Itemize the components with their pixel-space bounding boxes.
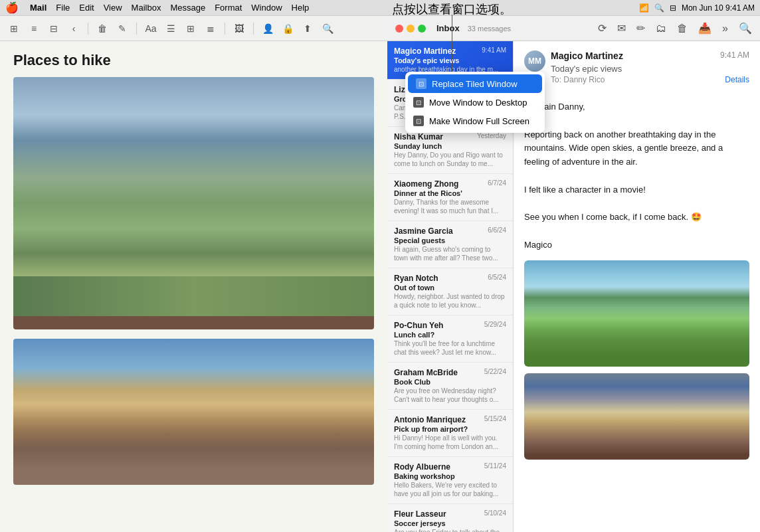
compose-icon[interactable]: ✉ [617,22,626,35]
share-button[interactable]: ⬆ [300,21,315,36]
minimize-button[interactable] [407,25,415,33]
msg-preview: Hi Danny! Hope all is well with you. I'm… [394,434,506,451]
window-options-dropdown[interactable]: ⊡ Replace Tiled Window ⊡ Move Window to … [405,72,545,133]
msg-sender: Rody Albuerne [394,462,450,472]
email-subject: Today's epic views [551,64,749,74]
delete-button[interactable]: 🗑 [95,21,110,36]
datetime: Mon Jun 10 9:41 AM [682,3,755,13]
msg-preview: Are you free Friday to talk about the ne… [394,528,506,532]
move-icon[interactable]: 📥 [698,22,712,35]
msg-preview: Think you'll be free for a lunchtime cha… [394,339,506,357]
list-view-button[interactable]: ≡ [27,21,41,36]
msg-subject: Special guests [394,236,506,244]
msg-sender: Po-Chun Yeh [394,321,443,330]
email-time: 9:41 AM [720,50,749,60]
to-field: To: Danny Rico [551,75,605,84]
separator-1 [88,23,88,35]
msg-date: 6/5/24 [488,274,506,281]
message-item[interactable]: Graham McBride 5/22/24 Book Club Are you… [387,363,513,410]
mountain-image-1 [13,77,374,329]
make-fullscreen-item[interactable]: ⊡ Make Window Full Screen [405,112,545,130]
msg-subject: Lunch call? [394,331,506,339]
msg-preview: Are you free on Wednesday night? Can't w… [394,387,506,404]
fullscreen-button[interactable] [418,25,426,33]
msg-date: 6/6/24 [488,226,506,234]
left-toolbar: ⊞ ≡ ⊟ ‹ 🗑 ✎ Aa ☰ ⊞ ≣ 🖼 👤 🔒 ⬆ 🔍 [0,16,387,41]
back-button[interactable]: ‹ [66,21,81,36]
menu-view[interactable]: View [99,3,127,13]
msg-sender: Jasmine Garcia [394,226,453,236]
menubar-right: 📶 🔍 ⊟ Mon Jun 10 9:41 AM [639,3,755,13]
table-button[interactable]: ⊞ [183,21,198,36]
menu-edit[interactable]: Edit [74,3,98,13]
fullscreen-icon: ⊡ [413,116,424,126]
message-item[interactable]: Antonio Manriquez 5/15/24 Pick up from a… [387,410,513,457]
msg-subject: Baking workshop [394,472,506,480]
msg-date: 5/15/24 [484,415,506,422]
msg-sender: Magico Martinez [394,46,456,56]
menu-file[interactable]: File [51,3,74,13]
details-link[interactable]: Details [725,75,749,84]
move-window-icon: ⊡ [413,97,424,108]
apple-menu[interactable]: 🍎 [5,1,19,14]
image-button[interactable]: 🖼 [232,21,246,36]
email-body: Hi again Danny, Reporting back on anothe… [524,100,749,252]
email-header-row: Magico Martinez 9:41 AM [551,50,749,61]
archive-icon[interactable]: 🗂 [656,23,666,35]
menu-help[interactable]: Help [287,3,314,13]
delete-mail-icon[interactable]: 🗑 [677,23,688,35]
replace-tiled-window-item[interactable]: ⊡ Replace Tiled Window [408,74,542,93]
msg-preview: Hello Bakers, We're very excited to have… [394,481,506,498]
lock-button[interactable]: 🔒 [280,21,295,36]
menu-mailbox[interactable]: Mailbox [127,3,166,13]
threads-icon[interactable]: ⟳ [598,22,607,35]
indent-button[interactable]: ≣ [203,21,218,36]
mountain-image-2 [13,339,374,485]
edit-button[interactable]: ✎ [115,21,130,36]
message-item[interactable]: Fleur Lasseur 5/10/24 Soccer jerseys Are… [387,504,513,532]
menu-mail[interactable]: Mail [25,3,51,13]
msg-preview: Hey Danny, Do you and Rigo want to come … [394,151,506,168]
replace-tiled-label: Replace Tiled Window [432,79,518,89]
fullscreen-label: Make Window Full Screen [429,116,529,126]
msg-date: 6/7/24 [488,179,506,187]
font-button[interactable]: Aa [143,21,158,36]
msg-sender: Antonio Manriquez [394,415,466,424]
menu-window[interactable]: Window [246,3,286,13]
message-item[interactable]: Po-Chun Yeh 5/29/24 Lunch call? Think yo… [387,315,513,363]
move-window-label: Move Window to Desktop [429,98,527,108]
msg-subject: Sunday lunch [394,142,506,150]
left-content: Places to hike [0,41,387,505]
search-menubar-icon[interactable]: 🔍 [654,3,664,13]
search-button[interactable]: 🔍 [320,21,335,36]
message-item[interactable]: Ryan Notch 6/5/24 Out of town Howdy, nei… [387,268,513,315]
grid-view-button[interactable]: ⊟ [47,21,61,36]
more-icon[interactable]: » [722,23,728,35]
msg-sender: Graham McBride [394,368,458,377]
menubar: 🍎 Mail File Edit View Mailbox Message Fo… [0,0,760,16]
message-item[interactable]: Nisha Kumar Yesterday Sunday lunch Hey D… [387,127,513,174]
control-center-icon[interactable]: ⊟ [670,3,676,13]
new-message-icon[interactable]: ✏ [636,22,645,35]
mail-toolbar-icons: ⟳ ✉ ✏ 🗂 🗑 📥 » 🔍 [598,22,752,35]
msg-preview: Danny, Thanks for the awesome evening! I… [394,198,506,215]
menu-message[interactable]: Message [165,3,210,13]
close-button[interactable] [395,25,403,33]
sidebar-toggle-button[interactable]: ⊞ [7,21,21,36]
list-button[interactable]: ☰ [163,21,178,36]
message-item[interactable]: Xiaomeng Zhong 6/7/24 Dinner at the Rico… [387,174,513,221]
search-mail-icon[interactable]: 🔍 [739,22,752,35]
msg-preview: Howdy, neighbor. Just wanted to drop a q… [394,292,506,310]
msg-subject: Pick up from airport? [394,425,506,433]
people-button[interactable]: 👤 [260,21,275,36]
email-detail: MM Magico Martinez 9:41 AM Today's epic … [514,41,760,532]
email-mountain-photo-2 [524,373,749,460]
traffic-lights [395,25,426,33]
message-item[interactable]: Rody Albuerne 5/11/24 Baking workshop He… [387,457,513,504]
mail-toolbar: Inbox 33 messages ⟳ ✉ ✏ 🗂 🗑 📥 » 🔍 [387,16,760,41]
msg-date: 5/22/24 [484,368,506,375]
msg-sender: Fleur Lasseur [394,509,446,519]
move-window-desktop-item[interactable]: ⊡ Move Window to Desktop [405,93,545,112]
message-item[interactable]: Jasmine Garcia 6/6/24 Special guests Hi … [387,221,513,268]
menu-format[interactable]: Format [210,3,246,13]
